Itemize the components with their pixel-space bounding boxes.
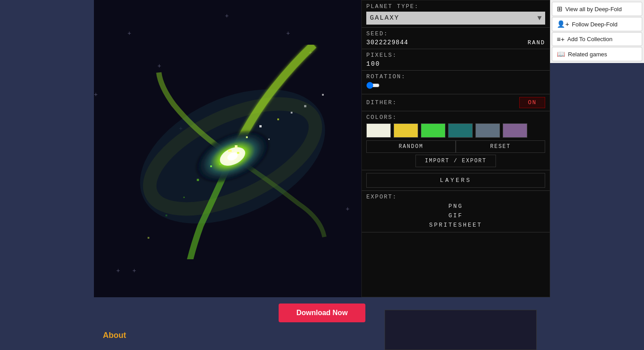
canvas-area: + + + + + + + + + + xyxy=(94,0,361,297)
colors-section: COLORS: RANDOM RESET IMPORT / EXPORT xyxy=(362,111,550,170)
planet-type-select[interactable]: PLANET MOON GAS GIANT GALAXY STAR BLACK … xyxy=(366,12,545,25)
export-spritesheet-link[interactable]: SPRITESHEET xyxy=(429,221,483,229)
star-decoration: + xyxy=(116,267,120,274)
related-games-label: Related games xyxy=(568,51,607,58)
import-export-row: IMPORT / EXPORT xyxy=(366,155,545,167)
pixels-label: PIXELS: xyxy=(366,52,545,59)
download-button[interactable]: Download Now xyxy=(279,304,366,322)
svg-rect-11 xyxy=(183,197,185,198)
dither-section: DITHER: ON xyxy=(362,94,550,111)
dither-label: DITHER: xyxy=(366,99,397,106)
thumbnail-placeholder xyxy=(385,310,537,350)
rotation-slider[interactable] xyxy=(366,82,380,89)
topbar-panel: ⊞ View all by Deep-Fold 👤+ Follow Deep-F… xyxy=(550,0,644,63)
color-swatch-3[interactable] xyxy=(421,123,445,138)
book-icon: 📖 xyxy=(557,50,565,58)
svg-rect-12 xyxy=(277,118,279,120)
pixels-section: PIXELS: 100 xyxy=(362,49,550,71)
random-colors-button[interactable]: RANDOM xyxy=(366,140,456,153)
color-swatch-5[interactable] xyxy=(475,123,500,138)
seed-label: SEED: xyxy=(366,30,545,37)
pixels-value: 100 xyxy=(366,60,545,67)
export-section: EXPORT: PNG GIF SPRITESHEET xyxy=(362,191,550,232)
star-decoration: + xyxy=(225,13,229,20)
svg-rect-10 xyxy=(291,112,292,114)
galaxy-image xyxy=(121,45,344,259)
person-plus-icon: 👤+ xyxy=(557,20,569,28)
planet-type-section: PLANET TYPE: PLANET MOON GAS GIANT GALAX… xyxy=(362,0,550,28)
reset-colors-button[interactable]: RESET xyxy=(456,140,545,153)
follow-label: Follow Deep-Fold xyxy=(572,21,618,28)
svg-rect-16 xyxy=(219,163,221,165)
svg-rect-9 xyxy=(197,179,199,181)
star-decoration: + xyxy=(346,206,349,213)
export-links: PNG GIF SPRITESHEET xyxy=(366,202,545,229)
export-png-link[interactable]: PNG xyxy=(449,202,463,211)
star-decoration: + xyxy=(286,30,290,37)
svg-rect-5 xyxy=(259,125,262,127)
star-decoration: + xyxy=(127,30,131,37)
svg-rect-7 xyxy=(268,139,270,140)
view-all-button[interactable]: ⊞ View all by Deep-Fold xyxy=(552,2,642,16)
color-swatch-4[interactable] xyxy=(448,123,473,138)
right-panel: PLANET TYPE: PLANET MOON GAS GIANT GALAX… xyxy=(361,0,550,297)
svg-rect-14 xyxy=(228,150,232,152)
color-swatches-row xyxy=(366,123,545,138)
svg-rect-15 xyxy=(237,152,239,154)
svg-rect-20 xyxy=(148,237,149,239)
color-swatch-1[interactable] xyxy=(366,123,391,138)
rand-button[interactable]: RAND xyxy=(528,39,545,46)
rotation-section: ROTATION: xyxy=(362,71,550,94)
import-export-button[interactable]: IMPORT / EXPORT xyxy=(415,155,496,167)
export-gif-link[interactable]: GIF xyxy=(449,211,463,220)
add-collection-button[interactable]: ≡+ Add To Collection xyxy=(552,32,642,46)
colors-label: COLORS: xyxy=(366,114,545,121)
follow-button[interactable]: 👤+ Follow Deep-Fold xyxy=(552,17,642,31)
dither-toggle-button[interactable]: ON xyxy=(519,97,545,108)
svg-rect-13 xyxy=(235,145,237,148)
about-label: About xyxy=(103,331,126,340)
planet-type-select-wrapper[interactable]: PLANET MOON GAS GIANT GALAXY STAR BLACK … xyxy=(366,12,545,25)
add-collection-label: Add To Collection xyxy=(568,36,613,42)
color-swatch-2[interactable] xyxy=(394,123,418,138)
svg-rect-18 xyxy=(165,215,167,216)
star-decoration: + xyxy=(132,267,136,274)
seed-section: SEED: RAND xyxy=(362,28,550,49)
svg-rect-19 xyxy=(322,94,324,96)
layers-button[interactable]: LAYERS xyxy=(366,173,545,188)
planet-type-label: PLANET TYPE: xyxy=(366,3,545,10)
svg-rect-8 xyxy=(210,165,212,167)
grid-icon: ⊞ xyxy=(557,5,563,13)
color-actions-row: RANDOM RESET xyxy=(366,140,545,153)
rotation-label: ROTATION: xyxy=(366,73,545,80)
svg-rect-17 xyxy=(304,105,306,107)
export-label: EXPORT: xyxy=(366,194,545,200)
list-plus-icon: ≡+ xyxy=(557,35,565,43)
svg-rect-6 xyxy=(246,136,248,138)
seed-input[interactable] xyxy=(366,39,528,46)
view-all-label: View all by Deep-Fold xyxy=(565,6,622,13)
bottom-bar: Download Now About xyxy=(0,297,644,350)
color-swatch-6[interactable] xyxy=(503,123,527,138)
layers-section: LAYERS xyxy=(362,170,550,191)
seed-row: RAND xyxy=(366,39,545,46)
star-decoration: + xyxy=(94,91,97,98)
related-games-button[interactable]: 📖 Related games xyxy=(552,47,642,61)
